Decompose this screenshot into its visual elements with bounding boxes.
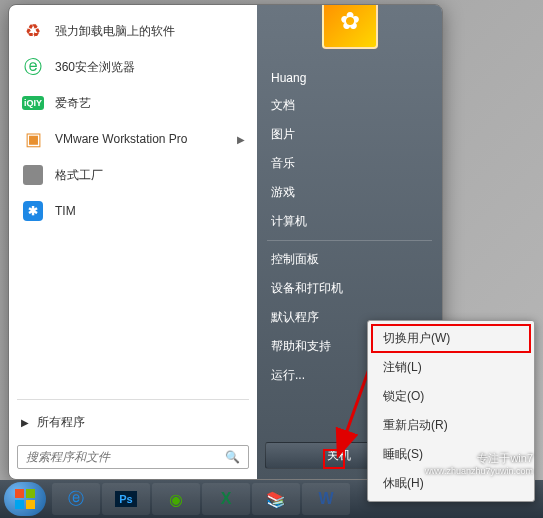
power-item-lock[interactable]: 锁定(O) bbox=[371, 382, 531, 411]
right-item-devices[interactable]: 设备和打印机 bbox=[257, 274, 442, 303]
user-avatar[interactable]: ✿ bbox=[322, 4, 378, 49]
search-icon: 🔍 bbox=[225, 450, 240, 464]
word-icon: W bbox=[318, 490, 333, 508]
watermark-line1: 专注于win7 bbox=[425, 451, 533, 466]
windows-logo-icon bbox=[13, 487, 37, 511]
watermark-line2: www.zhuanzhu7yuwin.com bbox=[425, 466, 533, 476]
format-factory-icon bbox=[21, 163, 45, 187]
start-button[interactable] bbox=[4, 482, 46, 516]
right-item-computer[interactable]: 计算机 bbox=[257, 207, 442, 236]
iqiyi-icon: iQIY bbox=[21, 91, 45, 115]
watermark: 专注于win7 www.zhuanzhu7yuwin.com bbox=[425, 451, 533, 476]
chevron-right-icon: ▶ bbox=[237, 134, 245, 145]
program-label: 360安全浏览器 bbox=[55, 59, 135, 76]
taskbar-item-ie[interactable]: ⓔ bbox=[52, 483, 100, 515]
user-name[interactable]: Huang bbox=[257, 65, 442, 91]
photoshop-icon: Ps bbox=[115, 491, 136, 507]
360-browser-icon: ⓔ bbox=[21, 55, 45, 79]
flash-icon: ◉ bbox=[169, 490, 183, 509]
program-label: TIM bbox=[55, 204, 76, 218]
svg-rect-4 bbox=[15, 500, 24, 509]
taskbar-item-winrar[interactable]: 📚 bbox=[252, 483, 300, 515]
excel-icon: X bbox=[221, 490, 232, 508]
right-item-games[interactable]: 游戏 bbox=[257, 178, 442, 207]
separator bbox=[267, 240, 432, 241]
search-input[interactable] bbox=[26, 450, 219, 464]
svg-rect-5 bbox=[26, 500, 35, 509]
program-item-format-factory[interactable]: 格式工厂 bbox=[13, 157, 253, 193]
ie-icon: ⓔ bbox=[68, 489, 84, 510]
taskbar-item-flash[interactable]: ◉ bbox=[152, 483, 200, 515]
right-item-pictures[interactable]: 图片 bbox=[257, 120, 442, 149]
power-item-switch-user[interactable]: 切换用户(W) bbox=[371, 324, 531, 353]
chevron-right-icon: ▶ bbox=[21, 417, 29, 428]
search-box[interactable]: 🔍 bbox=[17, 445, 249, 469]
right-item-control-panel[interactable]: 控制面板 bbox=[257, 245, 442, 274]
flower-icon: ✿ bbox=[340, 7, 360, 35]
vmware-icon: ▣ bbox=[21, 127, 45, 151]
program-item-tim[interactable]: ✱ TIM bbox=[13, 193, 253, 229]
right-item-documents[interactable]: 文档 bbox=[257, 91, 442, 120]
start-menu-left-panel: ♻ 强力卸载电脑上的软件 ⓔ 360安全浏览器 iQIY 爱奇艺 ▣ VMwar… bbox=[9, 5, 257, 479]
program-label: 格式工厂 bbox=[55, 167, 103, 184]
taskbar-item-word[interactable]: W bbox=[302, 483, 350, 515]
taskbar-item-ps[interactable]: Ps bbox=[102, 483, 150, 515]
program-list: ♻ 强力卸载电脑上的软件 ⓔ 360安全浏览器 iQIY 爱奇艺 ▣ VMwar… bbox=[9, 5, 257, 393]
svg-rect-2 bbox=[15, 489, 24, 498]
right-item-music[interactable]: 音乐 bbox=[257, 149, 442, 178]
svg-rect-3 bbox=[26, 489, 35, 498]
all-programs-button[interactable]: ▶ 所有程序 bbox=[9, 406, 257, 439]
power-item-logoff[interactable]: 注销(L) bbox=[371, 353, 531, 382]
power-item-restart[interactable]: 重新启动(R) bbox=[371, 411, 531, 440]
uninstall-icon: ♻ bbox=[21, 19, 45, 43]
program-label: VMware Workstation Pro bbox=[55, 132, 188, 146]
winrar-icon: 📚 bbox=[266, 490, 286, 509]
program-item-uninstall[interactable]: ♻ 强力卸载电脑上的软件 bbox=[13, 13, 253, 49]
all-programs-label: 所有程序 bbox=[37, 414, 85, 431]
program-label: 爱奇艺 bbox=[55, 95, 91, 112]
tim-icon: ✱ bbox=[21, 199, 45, 223]
separator bbox=[17, 399, 249, 400]
program-label: 强力卸载电脑上的软件 bbox=[55, 23, 175, 40]
taskbar-item-excel[interactable]: X bbox=[202, 483, 250, 515]
program-item-vmware[interactable]: ▣ VMware Workstation Pro ▶ bbox=[13, 121, 253, 157]
program-item-iqiyi[interactable]: iQIY 爱奇艺 bbox=[13, 85, 253, 121]
program-item-360[interactable]: ⓔ 360安全浏览器 bbox=[13, 49, 253, 85]
